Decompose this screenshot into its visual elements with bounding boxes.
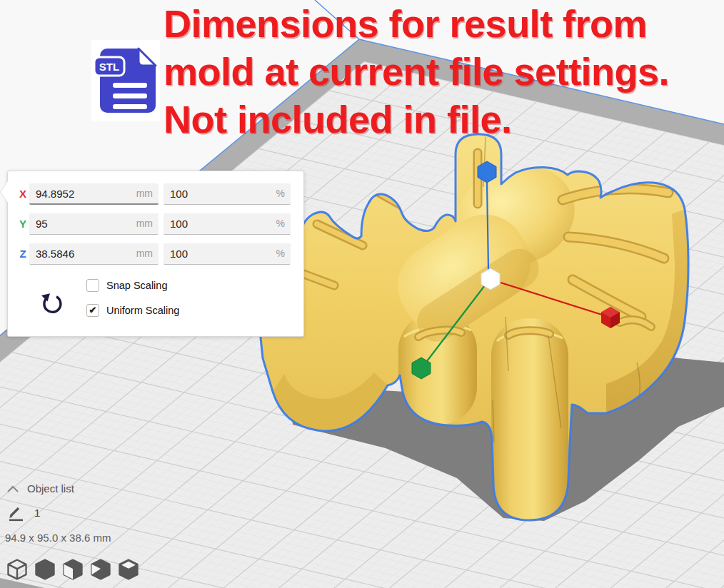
- view-button-3d[interactable]: [4, 556, 30, 583]
- object-count-row: 1: [7, 505, 93, 522]
- y-axis-label: Y: [16, 213, 29, 235]
- scale-row-y: Y 95 mm 100 %: [8, 213, 303, 235]
- view-button-solid[interactable]: [32, 556, 58, 583]
- cura-viewport-screenshot: Dimensions for result from mold at curre…: [0, 0, 724, 588]
- view-button-top[interactable]: [116, 556, 141, 583]
- x-percent-unit: %: [276, 183, 285, 204]
- view-button-left[interactable]: [88, 556, 114, 583]
- build-volume-edge: [315, 0, 359, 39]
- cube-corner-face-icon: [89, 557, 113, 582]
- view-button-front[interactable]: [60, 556, 86, 583]
- z-size-input[interactable]: 38.5846 mm: [29, 243, 159, 265]
- chevron-up-icon: [6, 485, 20, 495]
- scale-row-z: Z 38.5846 mm 100 %: [8, 243, 303, 265]
- model-dimensions-label: 94.9 x 95.0 x 38.6 mm: [5, 532, 111, 544]
- stl-file-icon: STL: [91, 40, 160, 121]
- x-size-input[interactable]: 94.8952 mm: [29, 183, 159, 205]
- reset-arrow-icon: [38, 290, 65, 317]
- cube-front-face-icon: [61, 557, 85, 582]
- cube-top-face-icon: [116, 557, 141, 582]
- scale-row-x: X 94.8952 mm 100 %: [8, 183, 303, 205]
- y-size-input[interactable]: 95 mm: [29, 213, 159, 235]
- x-size-unit: mm: [136, 183, 153, 204]
- x-axis-label: X: [16, 183, 29, 205]
- uniform-scaling-label: Uniform Scaling: [106, 305, 179, 316]
- stl-badge-label: STL: [99, 61, 119, 73]
- y-percent-unit: %: [276, 213, 285, 234]
- object-list-toggle[interactable]: Object list: [6, 482, 106, 497]
- cube-solid-icon: [33, 557, 57, 582]
- uniform-scaling-checkbox[interactable]: ✔: [86, 304, 99, 317]
- x-percent-input[interactable]: 100 %: [164, 183, 291, 205]
- camera-view-toolbar: [4, 556, 141, 583]
- z-axis-label: Z: [16, 243, 29, 265]
- z-size-unit: mm: [136, 243, 153, 264]
- scale-tool-panel: X 94.8952 mm 100 % Y 95 mm 100 % Z: [7, 171, 304, 337]
- cube-wireframe-icon: [5, 557, 29, 582]
- pencil-icon: [7, 505, 24, 522]
- z-percent-unit: %: [276, 243, 285, 264]
- y-percent-input[interactable]: 100 %: [164, 213, 291, 235]
- z-percent-input[interactable]: 100 %: [164, 243, 291, 265]
- reset-scale-button[interactable]: [38, 290, 65, 317]
- object-count: 1: [34, 507, 40, 519]
- object-list-title: Object list: [27, 482, 74, 495]
- snap-scaling-checkbox[interactable]: [86, 279, 99, 292]
- document-lines: [113, 83, 147, 109]
- panel-notch: [1, 181, 8, 203]
- snap-scaling-label: Snap Scaling: [106, 280, 167, 291]
- y-size-unit: mm: [136, 213, 153, 234]
